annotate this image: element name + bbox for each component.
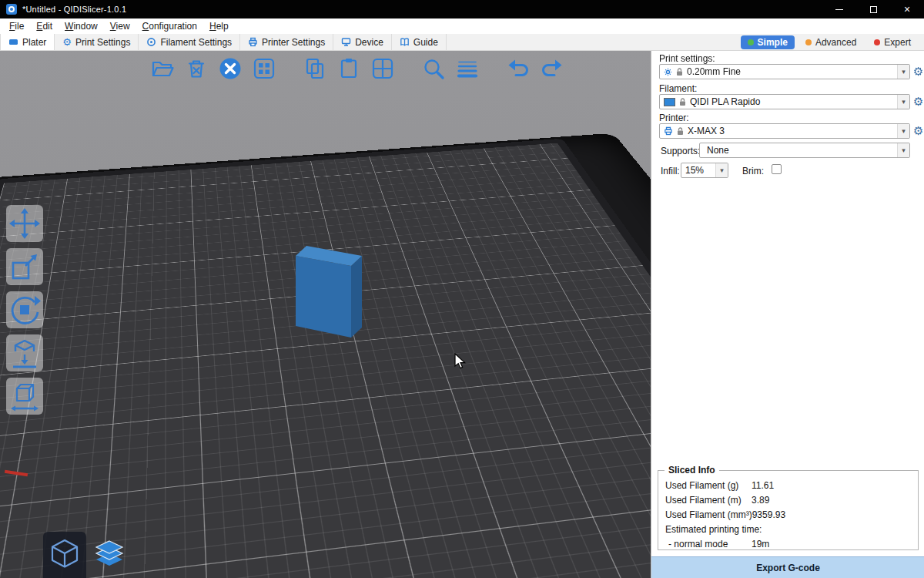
- sliced-row-value: 9359.93: [752, 509, 785, 520]
- print-settings-select[interactable]: 0.20mm Fine ▾: [659, 64, 910, 79]
- plater-toolbar: [148, 54, 567, 83]
- delete-all-button[interactable]: [216, 54, 245, 83]
- infill-label: Infill:: [661, 166, 680, 176]
- rotate-tool-button[interactable]: [6, 291, 43, 328]
- arrange-button[interactable]: [249, 54, 279, 83]
- search-button[interactable]: [419, 54, 448, 83]
- tab-label: Filament Settings: [160, 37, 232, 48]
- export-gcode-button[interactable]: Export G-code: [651, 556, 924, 578]
- plater-icon: [8, 37, 18, 47]
- undo-icon: [506, 56, 531, 81]
- menu-help[interactable]: Help: [203, 19, 235, 33]
- split-button[interactable]: [368, 54, 397, 83]
- tab-device[interactable]: Device: [333, 34, 392, 50]
- layers-icon: [455, 56, 480, 81]
- minimize-button[interactable]: [822, 0, 856, 18]
- paste-button[interactable]: [334, 54, 363, 83]
- printer-select[interactable]: X-MAX 3 ▾: [659, 123, 910, 139]
- tab-label: Guide: [413, 37, 438, 48]
- chevron-down-icon: ▾: [897, 143, 909, 157]
- filament-color-swatch: [664, 98, 675, 106]
- filament-spool-icon: [146, 37, 156, 47]
- printer-label: Printer:: [659, 113, 689, 123]
- tab-plater[interactable]: Plater: [0, 34, 55, 50]
- preview-view-button[interactable]: [88, 532, 131, 578]
- redo-button[interactable]: [537, 54, 567, 83]
- tab-label: Print Settings: [75, 37, 130, 48]
- menu-edit[interactable]: Edit: [30, 19, 59, 33]
- menu-configuration[interactable]: Configuration: [136, 19, 203, 33]
- tab-filament-settings[interactable]: Filament Settings: [139, 34, 240, 50]
- sliced-info-row: Estimated printing time:: [665, 522, 915, 536]
- gizmo-toolbar: [6, 205, 43, 415]
- expert-dot-icon: [874, 39, 880, 45]
- lock-icon: [676, 68, 683, 76]
- copy-icon: [303, 56, 327, 81]
- printer-value: X-MAX 3: [688, 126, 893, 136]
- maximize-icon: [870, 6, 877, 13]
- build-plate: [0, 138, 651, 578]
- undo-button[interactable]: [504, 54, 533, 83]
- printer-gear-button[interactable]: ⚙: [913, 125, 923, 136]
- filament-gear-button[interactable]: ⚙: [913, 96, 923, 107]
- print-settings-gear-button[interactable]: ⚙: [913, 66, 923, 77]
- print-settings-value: 0.20mm Fine: [687, 66, 893, 77]
- place-on-face-icon: [8, 336, 42, 370]
- advanced-dot-icon: [805, 39, 812, 45]
- tabbar: Plater ⚙ Print Settings Filament Setting…: [0, 34, 924, 51]
- filament-label: Filament:: [659, 83, 697, 94]
- delete-button[interactable]: [182, 54, 211, 83]
- viewport-3d[interactable]: [0, 51, 651, 578]
- tab-guide[interactable]: Guide: [392, 34, 447, 50]
- filament-select[interactable]: QIDI PLA Rapido ▾: [659, 94, 910, 109]
- mode-label: Simple: [758, 37, 788, 48]
- minimize-icon: [835, 9, 843, 10]
- tab-print-settings[interactable]: ⚙ Print Settings: [55, 34, 139, 50]
- app-logo-icon: [6, 4, 17, 15]
- mode-advanced[interactable]: Advanced: [798, 35, 863, 49]
- supports-select[interactable]: None ▾: [699, 143, 910, 158]
- measure-tool-button[interactable]: [6, 378, 43, 415]
- scale-tool-button[interactable]: [6, 248, 43, 285]
- menu-window[interactable]: Window: [59, 19, 104, 33]
- mode-expert[interactable]: Expert: [867, 35, 918, 49]
- sliced-row-label: - normal mode: [665, 539, 752, 549]
- sliced-info-rows: Used Filament (g) 11.61 Used Filament (m…: [665, 478, 915, 551]
- maximize-button[interactable]: [856, 0, 890, 18]
- menu-file[interactable]: File: [3, 19, 30, 33]
- move-tool-button[interactable]: [6, 205, 43, 242]
- sliced-row-label: Used Filament (g): [665, 480, 752, 491]
- open-folder-icon: [150, 56, 175, 81]
- editor-cube-icon: [49, 538, 81, 572]
- sliced-info-title: Sliced Info: [665, 465, 719, 476]
- mode-label: Expert: [884, 37, 911, 48]
- open-project-button[interactable]: [148, 54, 177, 83]
- lock-icon: [677, 127, 684, 136]
- model-cube[interactable]: [295, 245, 364, 339]
- measure-icon: [8, 379, 42, 413]
- infill-select[interactable]: 15% ▾: [681, 163, 728, 178]
- copy-button[interactable]: [300, 54, 330, 83]
- variable-layer-height-button[interactable]: [453, 54, 482, 83]
- tab-label: Printer Settings: [262, 37, 325, 48]
- print-settings-label: Print settings:: [659, 53, 715, 64]
- qidislicer-window: *Untitled - QIDISlicer-1.0.1 × File Edit…: [0, 0, 924, 578]
- settings-panel: Print settings: 0.20mm Fine ▾ ⚙ Filament…: [651, 51, 924, 578]
- rotate-icon: [8, 293, 42, 327]
- menu-view[interactable]: View: [104, 19, 136, 33]
- arrange-icon: [252, 56, 276, 81]
- sliced-row-label: Used Filament (m): [665, 495, 752, 506]
- toolbar-separator: [487, 69, 499, 69]
- mode-switch: Simple Advanced Expert: [741, 34, 924, 50]
- scale-icon: [8, 250, 42, 284]
- tab-printer-settings[interactable]: Printer Settings: [240, 34, 333, 50]
- brim-checkbox[interactable]: [772, 164, 782, 174]
- close-button[interactable]: ×: [890, 0, 924, 18]
- place-on-face-tool-button[interactable]: [6, 334, 43, 371]
- mode-simple[interactable]: Simple: [741, 35, 795, 49]
- editor-view-button[interactable]: [43, 532, 86, 578]
- infill-value: 15%: [685, 165, 711, 176]
- search-icon: [421, 56, 446, 81]
- sliced-row-value: 19m: [752, 539, 769, 549]
- chevron-down-icon: ▾: [715, 163, 728, 177]
